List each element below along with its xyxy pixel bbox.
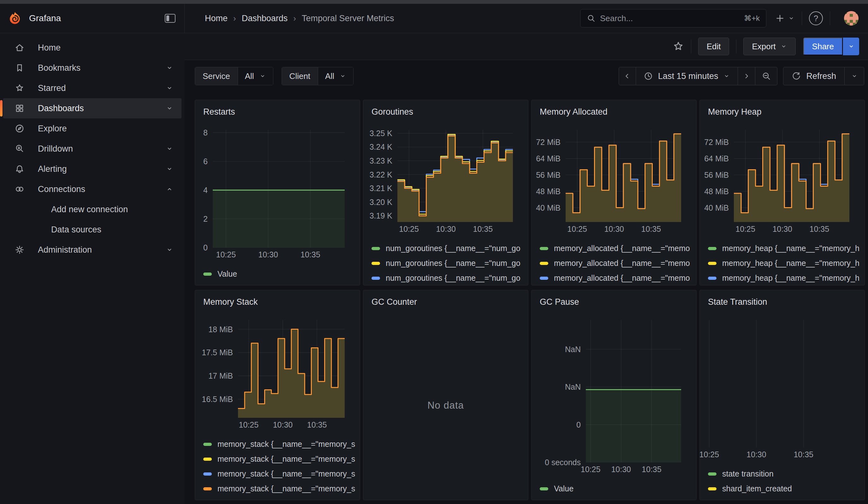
chevron-down-icon[interactable] [166, 84, 173, 92]
legend-label: num_goroutines {__name__="num_go [386, 244, 520, 253]
legend-item[interactable]: num_goroutines {__name__="num_go [372, 241, 528, 256]
help-button[interactable]: ? [809, 11, 823, 25]
chart-svg [397, 130, 513, 222]
panel-title[interactable]: GC Pause [531, 290, 696, 311]
legend-item[interactable]: state transition [708, 466, 865, 481]
legend-item[interactable]: num_goroutines {__name__="num_go [372, 271, 528, 285]
sidebar-item-starred[interactable]: Starred [3, 78, 182, 98]
legend-item[interactable]: memory_stack {__name__="memory_s [203, 452, 360, 466]
legend-label: num_goroutines {__name__="num_go [386, 259, 520, 268]
legend-label: Value [554, 484, 574, 493]
panel-title[interactable]: Memory Heap [700, 100, 865, 121]
time-shift-back-button[interactable] [619, 67, 636, 85]
user-avatar[interactable] [844, 11, 859, 25]
legend-label: state transition [722, 469, 774, 479]
sidebar-item-explore[interactable]: Explore [3, 119, 182, 138]
panel-title[interactable]: GC Counter [363, 290, 528, 311]
legend-swatch [540, 277, 548, 280]
legend-item[interactable]: num_goroutines {__name__="num_go [372, 256, 528, 271]
chart-svg [704, 320, 856, 448]
sidebar-item-label: Administration [38, 245, 92, 255]
breadcrumb-separator: › [233, 13, 236, 23]
panel-title[interactable]: State Transition [700, 290, 865, 311]
sidebar-item-add-new-connection[interactable]: Add new connection [3, 199, 182, 219]
legend-label: memory_heap {__name__="memory_h [722, 274, 859, 282]
clock-icon [643, 71, 653, 81]
legend-item[interactable]: memory_allocated {__name__="memo [540, 241, 696, 256]
toolbar-divider [691, 40, 691, 53]
export-button[interactable]: Export [743, 38, 795, 55]
chevron-down-icon[interactable] [166, 145, 173, 153]
sidebar-item-bookmarks[interactable]: Bookmarks [3, 58, 182, 78]
x-axis-label: 10:30 [611, 465, 631, 474]
legend-swatch [708, 472, 716, 475]
sidebar-item-alerting[interactable]: Alerting [3, 159, 182, 179]
y-axis-label: 2 [203, 214, 208, 224]
panel-plot-area: 16.5 MiB17 MiB17.5 MiB18 MiB [238, 320, 345, 418]
sidebar-collapse-icon[interactable] [165, 14, 175, 23]
x-axis-label: 10:35 [300, 250, 320, 259]
time-range-picker[interactable]: Last 15 minutes [636, 67, 738, 85]
share-button[interactable]: Share [803, 38, 843, 55]
search-input[interactable]: Search... ⌘+k [580, 9, 766, 28]
chevron-right-icon [743, 72, 750, 80]
legend-item[interactable]: Value [203, 267, 360, 281]
panel-title[interactable]: Memory Allocated [531, 100, 696, 121]
legend-item[interactable]: memory_allocated {__name__="memo [540, 271, 696, 285]
y-axis-label: 56 MiB [536, 170, 560, 179]
time-zoom-out-button[interactable] [755, 67, 777, 85]
sidebar-item-label: Explore [38, 124, 67, 134]
y-axis-label: 17 MiB [208, 371, 233, 381]
filter-value-dropdown[interactable]: All [238, 67, 273, 85]
sidebar-item-home[interactable]: Home [3, 38, 182, 58]
breadcrumb-item-home[interactable]: Home [205, 13, 228, 23]
share-dropdown-button[interactable] [843, 38, 859, 55]
chevron-down-icon[interactable] [166, 104, 173, 112]
legend-item[interactable]: shard_item_created [708, 481, 865, 496]
filter-client[interactable]: ClientAll [281, 67, 353, 85]
panel-title[interactable]: Restarts [195, 100, 360, 121]
time-shift-forward-button[interactable] [738, 67, 755, 85]
panel-gc-counter: GC CounterNo data [363, 290, 528, 500]
legend-item[interactable]: memory_heap {__name__="memory_h [708, 271, 865, 285]
x-axis-row: 10:2510:3010:35 [397, 222, 513, 237]
legend-item[interactable]: Value [540, 481, 696, 496]
sidebar-item-data-sources[interactable]: Data sources [3, 219, 182, 240]
x-axis-label: 10:30 [436, 225, 456, 234]
legend-swatch [372, 277, 380, 280]
x-axis-label: 10:25 [567, 225, 587, 234]
sidebar-item-drilldown[interactable]: Drilldown [3, 138, 182, 159]
favorite-star-icon[interactable] [673, 41, 684, 52]
y-axis-label: 56 MiB [704, 170, 729, 179]
chevron-down-icon[interactable] [166, 64, 173, 72]
edit-button[interactable]: Edit [698, 38, 730, 55]
filter-service[interactable]: ServiceAll [195, 67, 273, 85]
breadcrumb-item-temporal-server-metrics: Temporal Server Metrics [302, 13, 394, 23]
sidebar-item-connections[interactable]: Connections [3, 179, 182, 199]
sidebar-item-administration[interactable]: Administration [3, 240, 182, 260]
refresh-interval-dropdown[interactable] [845, 67, 864, 85]
breadcrumb-item-dashboards[interactable]: Dashboards [242, 13, 288, 23]
panel-title[interactable]: Memory Stack [195, 290, 360, 311]
chevron-down-icon[interactable] [166, 165, 173, 173]
sidebar-item-label: Starred [38, 83, 66, 93]
legend-item[interactable]: memory_stack {__name__="memory_s [203, 466, 360, 481]
chevron-up-icon[interactable] [166, 185, 173, 193]
legend-item[interactable]: memory_heap {__name__="memory_h [708, 256, 865, 271]
question-icon: ? [809, 11, 823, 25]
chevron-down-icon [851, 73, 858, 80]
filter-value-dropdown[interactable]: All [318, 67, 353, 85]
x-axis-label: 10:35 [642, 465, 662, 474]
x-axis-label: 10:30 [273, 420, 293, 430]
y-axis-label: 4 [203, 186, 208, 195]
legend-item[interactable]: memory_stack {__name__="memory_s [203, 481, 360, 496]
legend-item[interactable]: memory_heap {__name__="memory_h [708, 241, 865, 256]
legend-item[interactable]: memory_allocated {__name__="memo [540, 256, 696, 271]
sidebar-item-dashboards[interactable]: Dashboards [3, 98, 182, 119]
chevron-down-icon[interactable] [166, 246, 173, 254]
legend-item[interactable]: memory_stack {__name__="memory_s [203, 437, 360, 452]
panel-title[interactable]: Goroutines [363, 100, 528, 121]
add-new-button[interactable] [775, 13, 795, 24]
panel-gc-pause: GC Pause0 seconds0NaNNaN10:2510:3010:35V… [531, 290, 696, 500]
refresh-button[interactable]: Refresh [783, 67, 845, 85]
